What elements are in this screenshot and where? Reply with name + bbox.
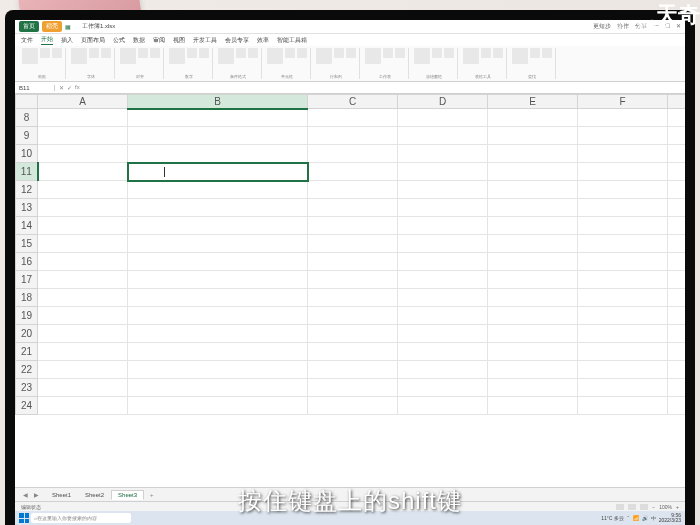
cell[interactable] (488, 253, 578, 271)
cell[interactable] (128, 361, 308, 379)
cell[interactable] (128, 307, 308, 325)
ribbon-button[interactable] (150, 48, 160, 58)
cell[interactable] (308, 397, 398, 415)
cell[interactable] (38, 271, 128, 289)
ribbon-button[interactable] (297, 48, 307, 58)
cell[interactable] (308, 109, 398, 127)
fx-icon[interactable]: fx (75, 84, 80, 91)
cell[interactable] (398, 253, 488, 271)
ribbon-tab[interactable]: 开发工具 (193, 36, 217, 45)
cell[interactable] (668, 145, 686, 163)
cell[interactable] (398, 271, 488, 289)
cell[interactable] (308, 253, 398, 271)
cell[interactable] (488, 217, 578, 235)
ribbon-button[interactable] (187, 48, 197, 58)
name-box[interactable]: B11 (15, 85, 55, 91)
ribbon-button[interactable] (218, 48, 234, 64)
ribbon-button[interactable] (444, 48, 454, 58)
ribbon-button[interactable] (138, 48, 148, 58)
cell[interactable] (398, 289, 488, 307)
cell[interactable] (578, 325, 668, 343)
active-cell[interactable] (128, 163, 308, 181)
row-header[interactable]: 18 (16, 289, 38, 307)
row-header[interactable]: 10 (16, 145, 38, 163)
ribbon-button[interactable] (267, 48, 283, 64)
cell[interactable] (668, 343, 686, 361)
ribbon-button[interactable] (71, 48, 87, 64)
confirm-icon[interactable]: ✓ (67, 84, 72, 91)
column-header[interactable]: F (578, 95, 668, 109)
ribbon-tab[interactable]: 文件 (21, 36, 33, 45)
clock-date[interactable]: 2022/3/23 (659, 518, 681, 523)
cell[interactable] (488, 109, 578, 127)
cell[interactable] (578, 397, 668, 415)
cell[interactable] (668, 379, 686, 397)
cell[interactable] (578, 343, 668, 361)
cell[interactable] (488, 289, 578, 307)
cell[interactable] (38, 199, 128, 217)
cell[interactable] (578, 307, 668, 325)
cell[interactable] (488, 379, 578, 397)
cell[interactable] (308, 379, 398, 397)
cell[interactable] (38, 307, 128, 325)
ribbon-tab[interactable]: 数据 (133, 36, 145, 45)
cell[interactable] (128, 343, 308, 361)
ribbon-button[interactable] (383, 48, 393, 58)
select-all-corner[interactable] (16, 95, 38, 109)
row-header[interactable]: 11 (16, 163, 38, 181)
cell[interactable] (488, 361, 578, 379)
ribbon-button[interactable] (199, 48, 209, 58)
cell[interactable] (488, 325, 578, 343)
ribbon-button[interactable] (365, 48, 381, 64)
cell[interactable] (308, 325, 398, 343)
cell[interactable] (668, 361, 686, 379)
cell[interactable] (38, 253, 128, 271)
ribbon-button[interactable] (481, 48, 491, 58)
cell[interactable] (398, 343, 488, 361)
row-header[interactable]: 14 (16, 217, 38, 235)
cell[interactable] (668, 307, 686, 325)
row-header[interactable]: 24 (16, 397, 38, 415)
column-header[interactable]: E (488, 95, 578, 109)
cell[interactable] (308, 361, 398, 379)
cell[interactable] (308, 181, 398, 199)
cell[interactable] (308, 217, 398, 235)
cell[interactable] (488, 235, 578, 253)
cell[interactable] (128, 109, 308, 127)
cell[interactable] (578, 145, 668, 163)
row-header[interactable]: 13 (16, 199, 38, 217)
row-header[interactable]: 9 (16, 127, 38, 145)
cell[interactable] (38, 163, 128, 181)
ribbon-button[interactable] (512, 48, 528, 64)
cell[interactable] (38, 235, 128, 253)
cell[interactable] (38, 217, 128, 235)
cell[interactable] (668, 397, 686, 415)
cell[interactable] (128, 127, 308, 145)
cell[interactable] (128, 145, 308, 163)
column-header[interactable]: D (398, 95, 488, 109)
cell[interactable] (398, 127, 488, 145)
row-header[interactable]: 21 (16, 343, 38, 361)
cell[interactable] (308, 163, 398, 181)
cell[interactable] (128, 235, 308, 253)
row-header[interactable]: 12 (16, 181, 38, 199)
ribbon-button[interactable] (52, 48, 62, 58)
cell[interactable] (578, 379, 668, 397)
cell[interactable] (668, 199, 686, 217)
ribbon-button[interactable] (101, 48, 111, 58)
cell[interactable] (488, 271, 578, 289)
cell[interactable] (308, 343, 398, 361)
row-header[interactable]: 20 (16, 325, 38, 343)
ribbon-button[interactable] (316, 48, 332, 64)
cell[interactable] (38, 109, 128, 127)
row-header[interactable]: 22 (16, 361, 38, 379)
cell[interactable] (668, 271, 686, 289)
ribbon-button[interactable] (236, 48, 246, 58)
ribbon-tab[interactable]: 审阅 (153, 36, 165, 45)
cell[interactable] (308, 235, 398, 253)
cell[interactable] (128, 325, 308, 343)
row-header[interactable]: 19 (16, 307, 38, 325)
cell[interactable] (578, 163, 668, 181)
cell[interactable] (578, 361, 668, 379)
cell[interactable] (398, 109, 488, 127)
